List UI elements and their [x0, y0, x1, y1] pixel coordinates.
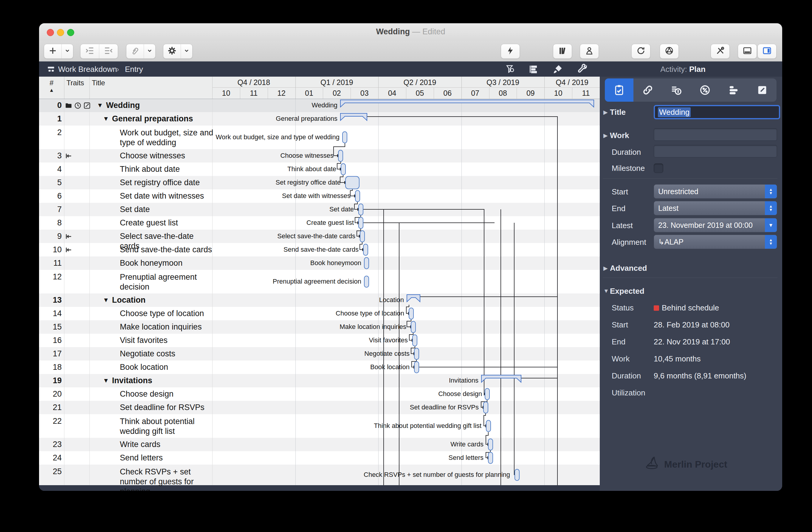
timeline-quarter[interactable]: Q3 / 2019: [462, 77, 545, 87]
gantt-group-bar[interactable]: [407, 294, 420, 302]
inspector-tab-finance[interactable]: [662, 78, 691, 102]
timeline-quarter[interactable]: Q1 / 2019: [295, 77, 379, 87]
row-title[interactable]: Set date: [120, 204, 215, 214]
row-title[interactable]: ▼Location: [103, 295, 201, 305]
library-button[interactable]: [553, 44, 572, 59]
gantt-task-bar[interactable]: [411, 321, 416, 333]
attach-options-button[interactable]: [144, 44, 155, 58]
row-title[interactable]: Choose design: [120, 389, 215, 399]
timeline-month[interactable]: 02: [323, 88, 350, 98]
row-title[interactable]: Make location inquiries: [120, 322, 215, 332]
timeline-month[interactable]: 09: [517, 88, 544, 98]
row-title[interactable]: Work out budget, size and type of weddin…: [120, 128, 215, 148]
collapse-caret-icon[interactable]: ▼: [97, 102, 103, 109]
gantt-task-bar[interactable]: [488, 439, 493, 450]
timeline-month[interactable]: 12: [268, 88, 295, 98]
timeline-month[interactable]: 03: [350, 88, 378, 98]
style-brush-button[interactable]: [552, 64, 563, 77]
gantt-task-bar[interactable]: [486, 420, 491, 432]
breadcrumb-item-entry[interactable]: Entry: [125, 65, 143, 74]
end-popup[interactable]: Latest▲▼: [654, 201, 777, 215]
settings-wrench-button[interactable]: [577, 64, 588, 77]
add-options-button[interactable]: [61, 44, 73, 58]
gantt-group-bar[interactable]: [340, 113, 367, 120]
row-title[interactable]: Negotiate costs: [120, 349, 215, 359]
inspector-tab-edit[interactable]: [748, 78, 777, 102]
outdent-button[interactable]: [99, 44, 118, 58]
timeline-month[interactable]: 05: [406, 88, 434, 98]
milestone-checkbox[interactable]: [654, 163, 663, 173]
timeline-month[interactable]: 10: [212, 88, 240, 98]
column-header-num[interactable]: #: [39, 77, 64, 89]
row-title[interactable]: Set date with witnesses: [120, 191, 215, 201]
row-title[interactable]: Prenuptial agreement decision: [120, 272, 215, 292]
work-input[interactable]: [654, 128, 777, 141]
column-header-title[interactable]: Title: [92, 77, 151, 89]
gantt-task-bar[interactable]: [360, 231, 365, 242]
timeline-month[interactable]: 08: [489, 88, 517, 98]
network-button[interactable]: [660, 44, 679, 59]
breadcrumb-view[interactable]: Work Breakdown: [58, 65, 117, 74]
row-title[interactable]: Book honeymoon: [120, 258, 215, 268]
timeline-month[interactable]: 07: [462, 88, 489, 98]
row-title[interactable]: Write cards: [120, 440, 215, 449]
row-title[interactable]: Choose type of location: [120, 308, 215, 318]
row-title[interactable]: ▼General preparations: [103, 114, 201, 124]
row-title[interactable]: Think about date: [120, 164, 215, 174]
row-title[interactable]: Send letters: [120, 453, 215, 463]
gantt-task-bar[interactable]: [359, 204, 363, 215]
gantt-task-bar[interactable]: [483, 402, 488, 413]
tools-button[interactable]: [711, 44, 730, 59]
filter-button[interactable]: [505, 64, 516, 77]
gantt-task-bar[interactable]: [364, 276, 369, 287]
timeline-quarter[interactable]: Q4 / 2019: [544, 77, 600, 87]
timeline-month[interactable]: 11: [572, 88, 600, 98]
settings-button[interactable]: [163, 44, 180, 58]
timeline-month[interactable]: 01: [295, 88, 323, 98]
settings-options-button[interactable]: [180, 44, 192, 58]
collapse-caret-icon[interactable]: ▼: [103, 115, 109, 122]
gantt-task-bar[interactable]: [409, 308, 414, 319]
resources-button[interactable]: [580, 44, 599, 59]
panel-bottom-toggle[interactable]: [738, 44, 757, 59]
gantt-task-bar[interactable]: [341, 164, 346, 175]
start-popup[interactable]: Unrestricted▲▼: [654, 184, 777, 199]
gantt-task-bar[interactable]: [359, 217, 363, 229]
row-title[interactable]: Create guest list: [120, 218, 215, 228]
row-title[interactable]: Book location: [120, 362, 215, 372]
row-title[interactable]: Choose witnesses: [120, 151, 215, 161]
row-title[interactable]: Check RSVPs + set number of guests for p…: [120, 467, 215, 491]
timeline-month[interactable]: 04: [378, 88, 406, 98]
title-disclosure[interactable]: ▶: [603, 109, 608, 116]
gantt-task-bar[interactable]: [515, 469, 519, 481]
work-disclosure[interactable]: ▶: [603, 132, 608, 139]
activity-lightning-button[interactable]: [501, 44, 520, 59]
panel-right-toggle[interactable]: [757, 44, 777, 59]
attach-button[interactable]: [126, 44, 144, 58]
sync-button[interactable]: [632, 44, 650, 59]
inspector-tab-info[interactable]: [605, 78, 634, 102]
latest-dropdown[interactable]: 23. November 2019 at 00:00▼: [654, 218, 777, 232]
outline-button[interactable]: [528, 64, 539, 77]
gantt-task-bar[interactable]: [355, 190, 360, 202]
row-title[interactable]: Send save-the-date cards: [120, 245, 215, 255]
timeline-month[interactable]: 06: [434, 88, 462, 98]
advanced-disclosure[interactable]: ▶: [603, 265, 608, 272]
timeline-quarter[interactable]: Q2 / 2019: [378, 77, 462, 87]
collapse-caret-icon[interactable]: ▼: [103, 377, 109, 384]
expected-disclosure[interactable]: ▼: [603, 288, 609, 294]
row-title[interactable]: ▼Wedding: [97, 100, 195, 111]
gantt-task-bar[interactable]: [412, 335, 417, 346]
gantt-task-bar[interactable]: [343, 132, 347, 143]
row-title[interactable]: ▼Invitations: [103, 376, 201, 386]
row-title[interactable]: Set registry office date: [120, 178, 215, 188]
inspector-tab-links[interactable]: [634, 78, 662, 102]
gantt-task-bar[interactable]: [363, 244, 368, 256]
timeline-month[interactable]: 11: [240, 88, 268, 98]
gantt-task-bar[interactable]: [414, 348, 419, 360]
collapse-caret-icon[interactable]: ▼: [103, 297, 109, 303]
alignment-popup[interactable]: ↳ALAP▲▼: [654, 235, 777, 249]
timeline-month[interactable]: 10: [544, 88, 572, 98]
gantt-task-bar[interactable]: [488, 452, 493, 464]
indent-button[interactable]: [81, 44, 99, 58]
